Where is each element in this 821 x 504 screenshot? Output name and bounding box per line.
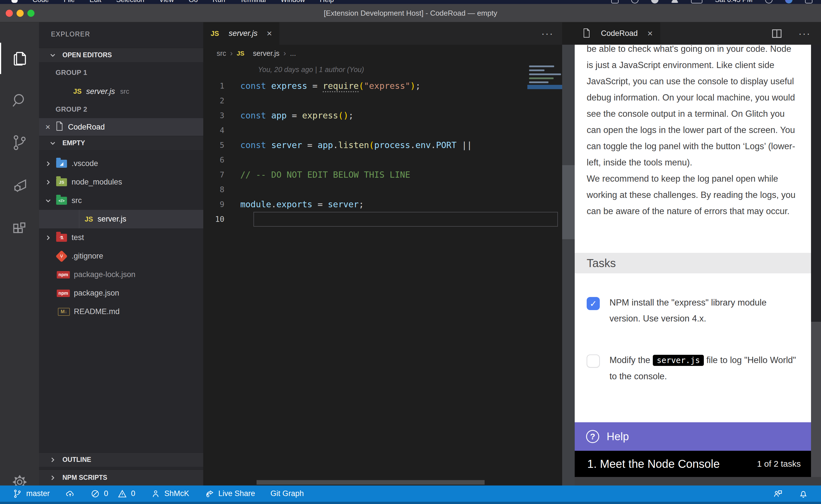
tab-coderoad[interactable]: CodeRoad × [575,22,660,45]
npm-icon: npm [57,271,70,278]
explorer-sidebar: EXPLORER OPEN EDITORS GROUP 1 JS server.… [39,22,203,485]
tree-item-src[interactable]: </> src [39,191,203,210]
code-line-9[interactable]: 9module.exports = server; [203,197,527,212]
breadcrumb[interactable]: src › JS server.js › ... [203,45,562,62]
split-editor-icon[interactable] [771,28,783,39]
tree-item-package-lock[interactable]: npm package-lock.json [39,265,203,284]
code-line-8[interactable]: 8 [203,182,527,197]
menu-item-view[interactable]: View [159,0,174,4]
open-editor-item-serverjs[interactable]: JS server.js src [39,83,203,100]
workspace-folder-section[interactable]: EMPTY [39,136,203,150]
tree-item-gitignore[interactable]: ⑂ .gitignore [39,247,203,265]
chevron-right-icon [49,474,57,482]
code-editor[interactable]: 1const express = require("express");23co… [203,79,527,227]
lesson-bar[interactable]: 1. Meet the Node Console 1 of 2 tasks [575,451,811,477]
open-editors-section[interactable]: OPEN EDITORS [39,48,203,62]
code-line-7[interactable]: 7// -- DO NOT EDIT BELOW THIS LINE [203,167,527,182]
more-actions-icon[interactable]: ··· [798,28,811,39]
branch-status-item[interactable]: master [13,489,50,499]
outline-label: OUTLINE [62,456,91,464]
bell-icon[interactable] [798,489,808,499]
tree-item-readme[interactable]: M↓ README.md [39,302,203,321]
menu-item-code[interactable]: Code [32,0,49,4]
more-actions-icon[interactable]: ··· [541,28,553,39]
run-debug-icon[interactable] [0,170,39,202]
lesson-paragraph: be able to check what's going on in your… [587,45,799,171]
js-file-icon: JS [211,30,219,38]
folder-icon-vscode: ◢ [56,160,67,168]
menu-status-icon-3[interactable] [651,0,659,3]
close-tab-icon[interactable]: × [267,28,272,39]
menu-clock[interactable]: Sat 6:45 PM [715,0,753,4]
sidebar-title: EXPLORER [51,27,90,41]
extensions-icon[interactable] [0,214,39,245]
breadcrumb-folder[interactable]: src [217,49,226,58]
menu-status-icon-1[interactable] [611,0,619,3]
checkbox-checked[interactable]: ✓ [587,297,600,310]
npm-scripts-section[interactable]: NPM SCRIPTS [39,470,203,485]
tree-item-test[interactable]: ⚗ test [39,228,203,247]
menu-status-icon-2[interactable] [631,0,639,3]
help-section[interactable]: ? Help [575,422,811,451]
feedback-icon[interactable] [773,489,783,499]
tree-item-node-modules[interactable]: JS node_modules [39,173,203,191]
live-share-status-item[interactable]: Live Share [205,489,255,499]
code-line-6[interactable]: 6 [203,153,527,167]
code-line-10[interactable]: 10 [203,212,527,227]
checkbox-unchecked[interactable] [587,355,600,368]
code-line-1[interactable]: 1const express = require("express"); [203,79,527,93]
code-text: // -- DO NOT EDIT BELOW THIS LINE [240,167,410,182]
code-line-4[interactable]: 4 [203,123,527,138]
minimap[interactable] [527,63,562,126]
close-icon[interactable]: × [45,122,50,132]
task-item-1: ✓ NPM install the "express" library modu… [587,295,799,327]
sync-status-item[interactable] [65,489,75,499]
folder-icon-test: ⚗ [56,234,67,242]
close-tab-icon[interactable]: × [648,28,653,39]
menu-item-edit[interactable]: Edit [89,0,101,4]
panel-scrollbar-track[interactable] [811,45,821,322]
code-line-3[interactable]: 3const app = express(); [203,108,527,123]
minimap-selection [527,85,562,89]
menu-item-terminal[interactable]: Terminal [240,0,266,4]
line-number: 2 [203,93,240,108]
menu-item-selection[interactable]: Selection [116,0,144,4]
indent-guide [79,210,79,228]
explorer-icon[interactable] [0,43,39,74]
breadcrumb-file[interactable]: server.js [253,49,279,58]
tab-serverjs[interactable]: JS server.js × [203,22,279,45]
npm-scripts-label: NPM SCRIPTS [62,474,107,482]
panel-sash[interactable] [562,45,575,485]
control-center-icon[interactable] [805,0,812,3]
line-number: 10 [203,212,240,227]
menu-status-icon-4[interactable] [671,0,679,3]
open-editor-item-coderoad[interactable]: × CodeRoad [39,118,203,136]
code-line-5[interactable]: 5const server = app.listen(process.env.P… [203,138,527,153]
panel-scrollbar-thumb[interactable] [811,322,821,477]
scrollbar-thumb[interactable] [562,165,575,239]
menu-item-go[interactable]: Go [189,0,198,4]
line-number: 5 [203,138,240,153]
breadcrumb-symbol[interactable]: ... [290,49,296,58]
problems-status-item[interactable]: 0 0 [90,489,135,499]
source-control-icon[interactable] [0,127,39,158]
horizontal-scrollbar[interactable] [257,480,485,485]
siri-icon[interactable] [785,0,793,3]
folder-icon-src: </> [56,197,67,205]
menu-item-help[interactable]: Help [320,0,334,4]
tree-item-vscode[interactable]: ◢ .vscode [39,154,203,173]
menu-item-window[interactable]: Window [281,0,305,4]
account-status-item[interactable]: ShMcK [151,489,189,499]
git-graph-status-item[interactable]: Git Graph [271,489,304,498]
tree-item-serverjs[interactable]: JS server.js [39,210,203,228]
menu-item-file[interactable]: File [64,0,75,4]
code-line-2[interactable]: 2 [203,93,527,108]
search-icon[interactable] [0,85,39,116]
inline-code-chip: server.js [653,355,704,366]
apple-menu-icon[interactable] [11,0,18,3]
spotlight-icon[interactable] [765,0,773,3]
menu-item-run[interactable]: Run [213,0,225,4]
battery-icon[interactable] [691,0,703,3]
tree-item-package-json[interactable]: npm package.json [39,284,203,302]
outline-section[interactable]: OUTLINE [39,452,203,467]
